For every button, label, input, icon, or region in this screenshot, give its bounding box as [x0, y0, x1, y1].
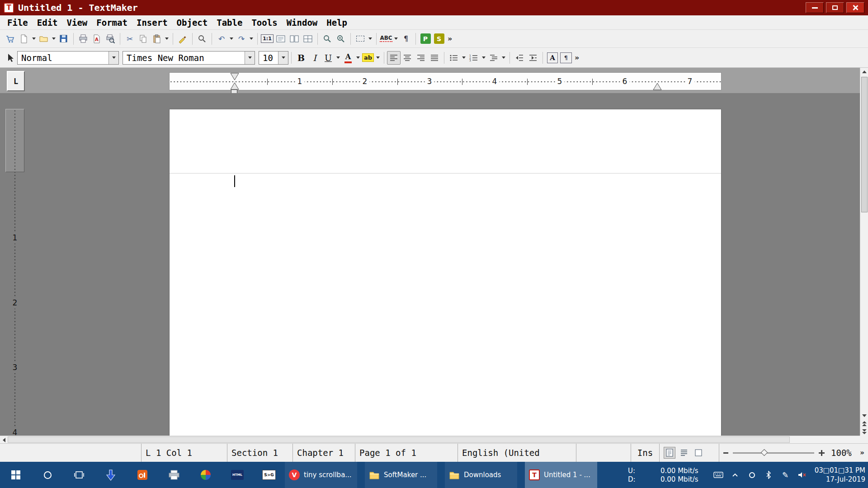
zoom-slider[interactable]: [733, 452, 814, 454]
italic-button[interactable]: I: [308, 51, 321, 65]
taskbar-task-downloads-folder[interactable]: Downloads: [445, 462, 517, 488]
status-overflow-button[interactable]: »: [854, 444, 868, 462]
html-app-icon[interactable]: HTML: [222, 462, 253, 488]
paste-button[interactable]: [150, 32, 164, 46]
spellcheck-dropdown[interactable]: [393, 32, 399, 46]
status-language[interactable]: English (United: [458, 444, 576, 462]
view-fullscreen-button[interactable]: [693, 447, 704, 459]
paragraph-settings-button[interactable]: ¶: [559, 51, 573, 65]
horizontal-scroll-thumb[interactable]: [8, 436, 790, 443]
taskbar-task-textmaker[interactable]: T Untitled 1 - ...: [525, 462, 597, 488]
toolbar-overflow-button[interactable]: »: [448, 34, 452, 43]
justify-button[interactable]: [428, 51, 441, 65]
drop-caps-button[interactable]: A: [546, 51, 559, 65]
align-left-button[interactable]: [387, 51, 401, 65]
insert-frame-button[interactable]: [354, 32, 367, 46]
chevron-down-icon[interactable]: [108, 52, 118, 64]
zoom-tool-button[interactable]: [321, 32, 334, 46]
taskbar-task-softmaker-folder[interactable]: SoftMaker ...: [365, 462, 437, 488]
outline-list-button[interactable]: [487, 51, 500, 65]
new-document-button[interactable]: [17, 32, 31, 46]
touch-keyboard-button[interactable]: [712, 462, 725, 488]
tab-type-selector[interactable]: L: [7, 71, 25, 91]
export-pdf-button[interactable]: A: [90, 32, 104, 46]
outline-list-dropdown[interactable]: [500, 51, 507, 65]
formatting-overflow-button[interactable]: »: [575, 53, 579, 62]
font-size-select[interactable]: 10: [259, 51, 288, 65]
taskbar-clock[interactable]: 03□01□31 PM 17-Jul-2019: [812, 466, 865, 484]
minimize-button[interactable]: [806, 2, 824, 13]
menu-window[interactable]: Window: [282, 17, 322, 28]
next-page-button[interactable]: [860, 428, 868, 436]
menu-file[interactable]: File: [3, 17, 33, 28]
document-page[interactable]: [169, 109, 722, 436]
scroll-down-button[interactable]: [860, 412, 868, 419]
s2g-app-icon[interactable]: S>G: [253, 462, 285, 488]
underline-dropdown[interactable]: [335, 51, 341, 65]
underline-button[interactable]: U: [321, 51, 335, 65]
taskbar-task-vivaldi[interactable]: V tiny scrollba...: [285, 462, 357, 488]
increase-indent-button[interactable]: [526, 51, 540, 65]
zoom-out-icon[interactable]: [723, 452, 728, 454]
vertical-scroll-thumb[interactable]: [861, 77, 868, 212]
zoom-level[interactable]: 100%: [831, 448, 852, 458]
spellcheck-button[interactable]: ABC: [379, 32, 393, 46]
menu-help[interactable]: Help: [322, 17, 352, 28]
menu-tools[interactable]: Tools: [247, 17, 282, 28]
formatting-marks-button[interactable]: ¶: [399, 32, 413, 46]
numbered-list-button[interactable]: 123: [467, 51, 481, 65]
open-button[interactable]: [37, 32, 51, 46]
presentations-button[interactable]: S: [432, 32, 446, 46]
redo-dropdown[interactable]: [248, 32, 255, 46]
font-color-button[interactable]: A: [341, 51, 355, 65]
top-margin-marker[interactable]: [5, 109, 24, 172]
vertical-scrollbar[interactable]: [860, 68, 868, 436]
status-chapter[interactable]: Chapter 1: [292, 444, 355, 462]
view-single-page-button[interactable]: [274, 32, 288, 46]
planmaker-button[interactable]: P: [419, 32, 432, 46]
left-indent-marker[interactable]: [230, 73, 240, 92]
print-button[interactable]: [76, 32, 90, 46]
bullet-list-dropdown[interactable]: [461, 51, 467, 65]
download-arrow-app-icon[interactable]: [95, 462, 127, 488]
format-painter-button[interactable]: [176, 32, 189, 46]
chevron-down-icon[interactable]: [278, 52, 288, 64]
tray-status-button[interactable]: [745, 462, 759, 488]
font-color-dropdown[interactable]: [355, 51, 361, 65]
start-button[interactable]: [0, 462, 32, 488]
view-continuous-button[interactable]: [678, 447, 690, 459]
horizontal-scrollbar[interactable]: [0, 436, 860, 443]
menu-table[interactable]: Table: [212, 17, 247, 28]
paragraph-style-select[interactable]: Normal: [17, 51, 119, 65]
decrease-indent-button[interactable]: [513, 51, 526, 65]
font-name-select[interactable]: Times New Roman: [123, 51, 255, 65]
view-normal-button[interactable]: [664, 447, 675, 459]
highlight-dropdown[interactable]: [375, 51, 381, 65]
menu-format[interactable]: Format: [92, 17, 132, 28]
menu-object[interactable]: Object: [172, 17, 212, 28]
zoom-original-button[interactable]: 1:1: [260, 32, 274, 46]
bold-button[interactable]: B: [294, 51, 308, 65]
vertical-ruler[interactable]: 1 2 3 4: [5, 93, 24, 436]
right-indent-marker[interactable]: [652, 82, 662, 92]
menu-view[interactable]: View: [62, 17, 92, 28]
zoom-in-tool-button[interactable]: [334, 32, 348, 46]
bullet-list-button[interactable]: [447, 51, 461, 65]
status-cursor-position[interactable]: L 1 Col 1: [141, 444, 227, 462]
object-mode-button[interactable]: [4, 51, 17, 65]
volume-button[interactable]: [795, 462, 809, 488]
network-monitor[interactable]: U: 0.00 Mbit/s D: 0.00 Mbit/s: [628, 467, 704, 483]
align-right-button[interactable]: [414, 51, 428, 65]
menu-insert[interactable]: Insert: [132, 17, 172, 28]
insert-frame-dropdown[interactable]: [367, 32, 373, 46]
zoom-in-icon[interactable]: [819, 450, 825, 456]
undo-button[interactable]: ↶: [215, 32, 228, 46]
copy-button[interactable]: [137, 32, 150, 46]
print-preview-button[interactable]: [104, 32, 117, 46]
hidden-icons-button[interactable]: [728, 462, 742, 488]
orange-app-icon[interactable]: [127, 462, 158, 488]
open-dropdown[interactable]: [51, 32, 57, 46]
close-button[interactable]: [846, 2, 864, 13]
status-insert-mode[interactable]: Ins: [631, 444, 659, 462]
cortana-button[interactable]: [32, 462, 63, 488]
